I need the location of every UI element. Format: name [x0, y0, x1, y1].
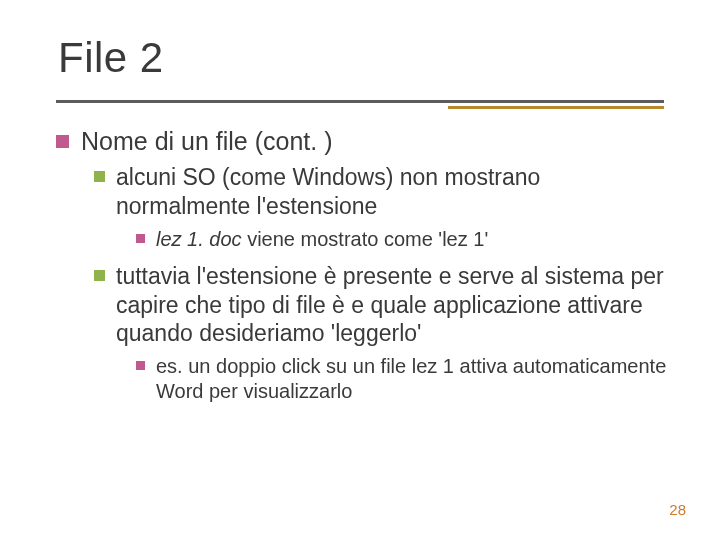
example-rest: viene mostrato come 'lez 1': [242, 228, 489, 250]
square-bullet-icon: [94, 270, 105, 281]
slide: File 2 Nome di un file (cont. ) alcuni S…: [0, 0, 720, 540]
title-accent-line: [448, 106, 664, 109]
square-bullet-icon: [94, 171, 105, 182]
level2-text: alcuni SO (come Windows) non mostrano no…: [116, 163, 672, 221]
level1-text: Nome di un file (cont. ): [81, 126, 333, 157]
bullet-level1: Nome di un file (cont. ): [56, 126, 672, 157]
square-bullet-icon: [136, 234, 145, 243]
italic-filename: lez 1. doc: [156, 228, 242, 250]
bullet-level2: alcuni SO (come Windows) non mostrano no…: [94, 163, 672, 221]
level3-text: es. un doppio click su un file lez 1 att…: [156, 354, 672, 404]
level3-text: lez 1. doc viene mostrato come 'lez 1': [156, 227, 488, 252]
slide-title: File 2: [58, 34, 164, 82]
slide-body: Nome di un file (cont. ) alcuni SO (come…: [56, 126, 672, 414]
bullet-level3: lez 1. doc viene mostrato come 'lez 1': [136, 227, 672, 252]
square-bullet-icon: [56, 135, 69, 148]
square-bullet-icon: [136, 361, 145, 370]
bullet-level2: tuttavia l'estensione è presente e serve…: [94, 262, 672, 348]
page-number: 28: [669, 501, 686, 518]
title-underline: [56, 100, 664, 103]
bullet-level3: es. un doppio click su un file lez 1 att…: [136, 354, 672, 404]
level2-text: tuttavia l'estensione è presente e serve…: [116, 262, 672, 348]
